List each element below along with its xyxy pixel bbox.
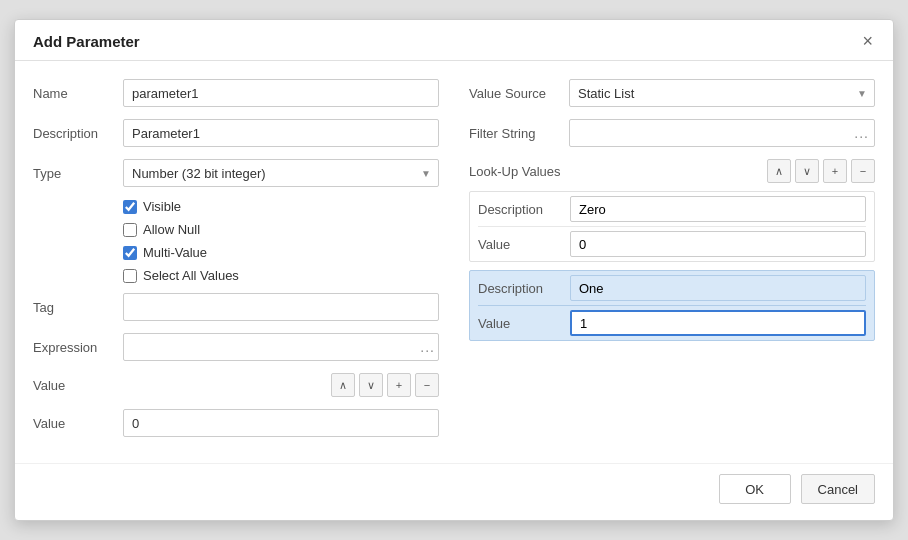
stepper-down-button[interactable]: ∨ bbox=[359, 373, 383, 397]
stepper-add-button[interactable]: + bbox=[387, 373, 411, 397]
dialog-header: Add Parameter × bbox=[15, 20, 893, 61]
filter-string-label: Filter String bbox=[469, 126, 569, 141]
name-row: Name bbox=[33, 79, 439, 107]
visible-label: Visible bbox=[143, 199, 181, 214]
stepper-remove-button[interactable]: − bbox=[415, 373, 439, 397]
checkboxes-area: Visible Allow Null Multi-Value Select Al… bbox=[123, 199, 439, 283]
allow-null-checkbox-row: Allow Null bbox=[123, 222, 439, 237]
select-all-checkbox-row: Select All Values bbox=[123, 268, 439, 283]
entry-1-desc-label: Description bbox=[478, 281, 570, 296]
lookup-header: Look-Up Values ∧ ∨ + − bbox=[469, 159, 875, 183]
lookup-add-button[interactable]: + bbox=[823, 159, 847, 183]
value-source-select-wrapper: Static List SQL Query None ▼ bbox=[569, 79, 875, 107]
type-row: Type Number (32 bit integer) String Bool… bbox=[33, 159, 439, 187]
type-select[interactable]: Number (32 bit integer) String Boolean D… bbox=[123, 159, 439, 187]
filter-string-input-wrapper: ... bbox=[569, 119, 875, 147]
visible-checkbox-row: Visible bbox=[123, 199, 439, 214]
entry-1-desc-row: Description bbox=[470, 271, 874, 305]
lookup-entry-0: Description Value bbox=[469, 191, 875, 262]
expression-input-wrapper: ... bbox=[123, 333, 439, 361]
expression-row: Expression ... bbox=[33, 333, 439, 361]
allow-null-checkbox[interactable] bbox=[123, 223, 137, 237]
lookup-entries: Description Value Description bbox=[469, 191, 875, 341]
stepper-buttons: ∧ ∨ + − bbox=[331, 373, 439, 397]
tag-label: Tag bbox=[33, 300, 123, 315]
lookup-down-button[interactable]: ∨ bbox=[795, 159, 819, 183]
multi-value-checkbox-row: Multi-Value bbox=[123, 245, 439, 260]
value-source-label: Value Source bbox=[469, 86, 569, 101]
entry-1-val-row: Value bbox=[470, 306, 874, 340]
close-button[interactable]: × bbox=[860, 32, 875, 50]
expression-label: Expression bbox=[33, 340, 123, 355]
stepper-value-label: Value bbox=[33, 378, 123, 393]
entry-0-val-label: Value bbox=[478, 237, 570, 252]
expression-dots-button[interactable]: ... bbox=[420, 339, 435, 355]
entry-1-val-label: Value bbox=[478, 316, 570, 331]
type-select-wrapper: Number (32 bit integer) String Boolean D… bbox=[123, 159, 439, 187]
description-row: Description bbox=[33, 119, 439, 147]
value-source-row: Value Source Static List SQL Query None … bbox=[469, 79, 875, 107]
entry-1-val-input[interactable] bbox=[570, 310, 866, 336]
entry-0-val-input[interactable] bbox=[570, 231, 866, 257]
entry-1-desc-input[interactable] bbox=[570, 275, 866, 301]
select-all-checkbox[interactable] bbox=[123, 269, 137, 283]
lookup-up-button[interactable]: ∧ bbox=[767, 159, 791, 183]
value-input[interactable] bbox=[123, 409, 439, 437]
name-label: Name bbox=[33, 86, 123, 101]
lookup-buttons: ∧ ∨ + − bbox=[767, 159, 875, 183]
add-parameter-dialog: Add Parameter × Name Description Type Nu… bbox=[14, 19, 894, 521]
entry-0-desc-label: Description bbox=[478, 202, 570, 217]
dialog-footer: OK Cancel bbox=[15, 463, 893, 520]
entry-0-desc-row: Description bbox=[470, 192, 874, 226]
ok-button[interactable]: OK bbox=[719, 474, 791, 504]
visible-checkbox[interactable] bbox=[123, 200, 137, 214]
multi-value-label: Multi-Value bbox=[143, 245, 207, 260]
select-all-label: Select All Values bbox=[143, 268, 239, 283]
description-label: Description bbox=[33, 126, 123, 141]
stepper-up-button[interactable]: ∧ bbox=[331, 373, 355, 397]
lookup-label: Look-Up Values bbox=[469, 164, 569, 179]
value-input-row: Value bbox=[33, 409, 439, 437]
value-source-select[interactable]: Static List SQL Query None bbox=[569, 79, 875, 107]
allow-null-label: Allow Null bbox=[143, 222, 200, 237]
tag-row: Tag bbox=[33, 293, 439, 321]
dialog-title: Add Parameter bbox=[33, 33, 140, 50]
cancel-button[interactable]: Cancel bbox=[801, 474, 875, 504]
right-column: Value Source Static List SQL Query None … bbox=[469, 79, 875, 449]
lookup-remove-button[interactable]: − bbox=[851, 159, 875, 183]
lookup-entry-1: Description Value bbox=[469, 270, 875, 341]
multi-value-checkbox[interactable] bbox=[123, 246, 137, 260]
value-stepper-row: Value ∧ ∨ + − bbox=[33, 373, 439, 397]
entry-0-desc-input[interactable] bbox=[570, 196, 866, 222]
tag-input[interactable] bbox=[123, 293, 439, 321]
value-input-label: Value bbox=[33, 416, 123, 431]
type-label: Type bbox=[33, 166, 123, 181]
dialog-body: Name Description Type Number (32 bit int… bbox=[15, 61, 893, 459]
filter-string-row: Filter String ... bbox=[469, 119, 875, 147]
expression-input[interactable] bbox=[123, 333, 439, 361]
filter-string-input[interactable] bbox=[569, 119, 875, 147]
filter-string-dots-button[interactable]: ... bbox=[854, 125, 869, 141]
entry-0-val-row: Value bbox=[470, 227, 874, 261]
description-input[interactable] bbox=[123, 119, 439, 147]
name-input[interactable] bbox=[123, 79, 439, 107]
left-column: Name Description Type Number (32 bit int… bbox=[33, 79, 439, 449]
